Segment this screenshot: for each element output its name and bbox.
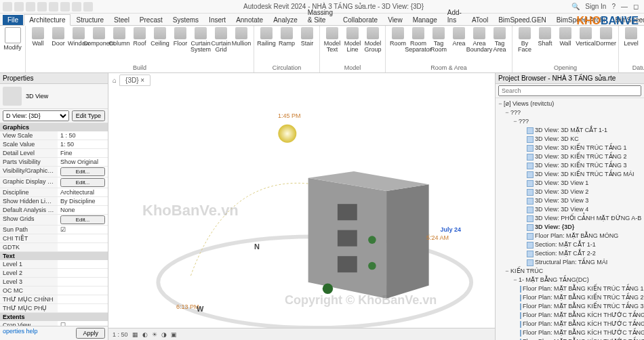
prop-value[interactable]: Edit... (58, 167, 108, 177)
qat-open-icon[interactable] (14, 2, 24, 12)
crop-icon[interactable]: ▣ (171, 331, 177, 338)
area-boundary-button[interactable]: Area Boundary (470, 27, 489, 53)
tree-node[interactable]: Floor Plan: MẶT BẰNG KIẾN TRÚC TẦNG 3 (497, 302, 643, 311)
sunpath-icon[interactable]: ☀ (152, 331, 157, 338)
tab-addins[interactable]: Add-Ins (443, 7, 466, 25)
view-tab-3d[interactable]: {3D} × (119, 75, 150, 86)
model-line-button[interactable]: Model Line (343, 27, 362, 53)
prop-value[interactable]: ☑ (58, 226, 108, 234)
tab-analyze[interactable]: Analyze (268, 15, 302, 25)
detail-icon[interactable]: ▦ (132, 331, 138, 338)
tree-node[interactable]: 3D View: 3D KIẾN TRÚC TẦNG MÁI (497, 170, 643, 179)
tree-node[interactable]: Floor Plan: MẶT BẰNG MÓNG (497, 232, 643, 240)
tree-node[interactable]: − [ø] Views (revitctu) (497, 100, 643, 108)
tree-node[interactable]: 3D View: 3D MẶT CẮT 1-1 (497, 126, 643, 135)
prop-value[interactable]: 1: 50 (58, 140, 108, 148)
prop-value[interactable] (58, 295, 108, 303)
tree-node[interactable]: 3D View: {3D} (497, 223, 643, 232)
mullion-button[interactable]: Mullion (232, 27, 251, 47)
tab-architecture[interactable]: Architecture (24, 14, 71, 26)
tab-massing[interactable]: Massing & Site (303, 7, 338, 25)
help-icon[interactable]: ? (611, 3, 616, 10)
wall-button[interactable]: Wall (28, 27, 47, 47)
tree-node[interactable]: Floor Plan: MẶT BẰNG KIẾN TRÚC TẦNG 2 (497, 293, 643, 302)
tree-node[interactable]: Floor Plan: MẶT BẰNG KIẾN TRÚC TẦNG 1 (497, 284, 643, 293)
tree-node[interactable]: 3D View: 3D View 3 (497, 196, 643, 205)
prop-value[interactable] (58, 234, 108, 242)
railing-button[interactable]: Railing (257, 27, 276, 47)
tree-node[interactable]: Structural Plan: TẦNG MÁI (497, 258, 643, 267)
tab-structure[interactable]: Structure (71, 15, 108, 25)
tree-node[interactable]: Floor Plan: MẶT BẰNG KÍCH THƯỚC TẦNG MÁI (497, 337, 643, 340)
prop-value[interactable]: Show Original (58, 158, 108, 166)
prop-value[interactable]: 1 : 50 (58, 131, 108, 140)
browser-search-input[interactable] (498, 85, 641, 96)
view-home-icon[interactable]: ⌂ (113, 77, 117, 84)
tab-precast[interactable]: Precast (135, 15, 167, 25)
dormer-button[interactable]: Dormer (597, 27, 616, 47)
room-separator-button[interactable]: Room Separator (409, 27, 428, 53)
tree-node[interactable]: − ??? (497, 117, 643, 126)
model-text-button[interactable]: Model Text (323, 27, 342, 53)
tree-toggle-icon[interactable]: − (512, 117, 519, 126)
edit-button[interactable]: Edit... (60, 167, 105, 176)
tab-collaborate[interactable]: Collaborate (338, 15, 382, 25)
edit-type-button[interactable]: Edit Type (72, 110, 105, 121)
apply-button[interactable]: Apply (76, 328, 105, 339)
minimize-icon[interactable]: — (621, 3, 628, 10)
edit-button[interactable]: Edit... (60, 178, 105, 187)
tab-view[interactable]: View (383, 15, 407, 25)
component-button[interactable]: Component (89, 27, 108, 47)
by-face-button[interactable]: By Face (515, 27, 534, 53)
tree-node[interactable]: Section: MẶT CẮT 1-1 (497, 240, 643, 249)
view-scale[interactable]: 1 : 50 (113, 331, 128, 338)
tree-node[interactable]: 3D View: 3D KIẾN TRÚC TẦNG 3 (497, 161, 643, 170)
prop-value[interactable] (58, 269, 108, 277)
wall-button[interactable]: Wall (556, 27, 575, 47)
tab-steel[interactable]: Steel (109, 15, 134, 25)
qat-text-icon[interactable] (83, 2, 93, 12)
prop-value[interactable]: Edit... (58, 177, 108, 188)
roof-button[interactable]: Roof (130, 27, 149, 47)
qat-measure-icon[interactable] (72, 2, 81, 12)
prop-value[interactable] (58, 304, 108, 312)
tree-toggle-icon[interactable]: − (497, 100, 504, 108)
tree-node[interactable]: Floor Plan: MẶT BẰNG KÍCH THƯỚC TẦNG 3 (497, 328, 643, 337)
tree-node[interactable]: − ??? (497, 108, 643, 117)
shadows-icon[interactable]: ◑ (161, 331, 167, 338)
prop-value[interactable]: Edit... (58, 215, 108, 225)
modify-button[interactable]: Modify (3, 27, 22, 51)
tab-systems[interactable]: Systems (168, 15, 203, 25)
tab-atool[interactable]: ATool (467, 15, 493, 25)
curtain-grid-button[interactable]: Curtain Grid (212, 27, 230, 53)
tab-bimspeed-gen[interactable]: BimSpeed.GEN (494, 15, 551, 25)
tree-node[interactable]: 3D View: 3D KIẾN TRÚC TẦNG 1 (497, 144, 643, 152)
tree-toggle-icon[interactable]: − (512, 276, 519, 284)
model-group-button[interactable]: Model Group (363, 27, 382, 53)
tree-node[interactable]: − 1- MẶT BẰNG TẦNG(DC) (497, 276, 643, 284)
prop-value[interactable] (58, 286, 108, 295)
tag-room-button[interactable]: Tag Room (429, 27, 448, 53)
tree-toggle-icon[interactable]: − (504, 267, 510, 276)
tree-node[interactable]: 3D View: 3D View 1 (497, 179, 643, 188)
prop-value[interactable]: None (58, 206, 108, 214)
column-button[interactable]: Column (110, 27, 129, 47)
qat-revit-icon[interactable] (3, 2, 12, 12)
tree-node[interactable]: Section: MẶT CẮT 2-2 (497, 249, 643, 258)
tree-node[interactable]: 3D View: 3D KIẾN TRÚC TẦNG 2 (497, 152, 643, 161)
vertical-button[interactable]: Vertical (576, 27, 595, 47)
tree-node[interactable]: 3D View: 3D KC (497, 135, 643, 144)
qat-print-icon[interactable] (60, 2, 70, 12)
tab-annotate[interactable]: Annotate (231, 15, 268, 25)
prop-value[interactable] (58, 278, 108, 286)
tab-insert[interactable]: Insert (204, 15, 230, 25)
prop-value[interactable] (58, 243, 108, 251)
prop-value[interactable]: Fine (58, 149, 108, 157)
tree-node[interactable]: 3D View: PHỐI CẢNH MẶT ĐỨNG A-B (497, 214, 643, 223)
tab-manage[interactable]: Manage (408, 15, 442, 25)
qat-undo-icon[interactable] (37, 2, 47, 12)
tag-area-button[interactable]: Tag Area (490, 27, 509, 53)
qat-redo-icon[interactable] (49, 2, 58, 12)
visual-style-icon[interactable]: ◐ (142, 331, 148, 338)
type-selector[interactable]: D View: {3D} (3, 110, 69, 121)
